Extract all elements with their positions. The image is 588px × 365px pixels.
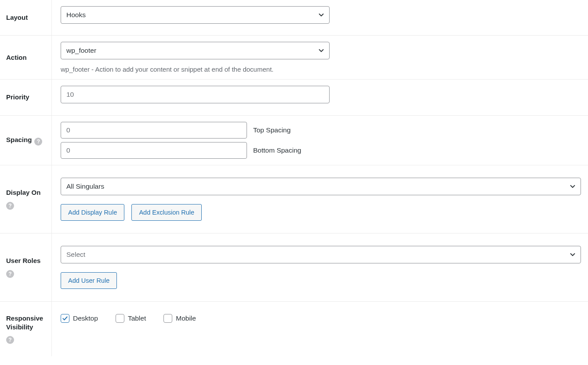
help-icon[interactable]: ? — [6, 336, 14, 344]
checkbox-box — [116, 314, 124, 323]
label-spacing-text: Spacing — [6, 135, 32, 144]
row-responsive-visibility: Responsive Visibility ? Desktop Tablet — [0, 302, 588, 357]
label-layout: Layout — [0, 0, 52, 35]
row-priority: Priority 10 — [0, 80, 588, 115]
row-display-on: Display On ? All Singulars Add Display R… — [0, 165, 588, 234]
checkbox-mobile[interactable]: Mobile — [163, 314, 196, 323]
label-priority: Priority — [0, 80, 52, 115]
checkbox-box — [61, 314, 69, 323]
settings-panel: Layout Hooks Action wp_footer wp_footer … — [0, 0, 588, 356]
label-action: Action — [0, 36, 52, 79]
action-description: wp_footer - Action to add your content o… — [61, 66, 582, 73]
layout-select[interactable]: Hooks — [61, 6, 330, 24]
label-responsive-visibility-text: Responsive Visibility — [6, 314, 46, 332]
top-spacing-input[interactable]: 0 — [61, 122, 247, 139]
label-display-on-text: Display On — [6, 188, 40, 197]
checkbox-mobile-label: Mobile — [176, 314, 196, 322]
action-select-value: wp_footer — [61, 42, 330, 59]
checkbox-box — [163, 314, 172, 323]
checkbox-tablet-label: Tablet — [128, 314, 146, 322]
row-layout: Layout Hooks — [0, 0, 588, 36]
help-icon[interactable]: ? — [6, 202, 14, 210]
control-spacing: 0 Top Spacing 0 Bottom Spacing — [52, 116, 588, 165]
user-roles-select[interactable]: Select — [61, 246, 581, 263]
bottom-spacing-label: Bottom Spacing — [253, 146, 301, 154]
label-spacing: Spacing ? — [0, 116, 52, 165]
help-icon[interactable]: ? — [34, 138, 42, 146]
label-user-roles: User Roles ? — [0, 234, 52, 301]
user-roles-value: Select — [61, 246, 581, 263]
row-user-roles: User Roles ? Select Add User Rule — [0, 234, 588, 302]
checkbox-desktop-label: Desktop — [73, 314, 98, 322]
label-user-roles-text: User Roles — [6, 256, 40, 265]
control-priority: 10 — [52, 80, 588, 110]
add-exclusion-rule-button[interactable]: Add Exclusion Rule — [131, 204, 202, 221]
display-on-value: All Singulars — [61, 178, 581, 195]
bottom-spacing-line: 0 Bottom Spacing — [61, 142, 582, 159]
add-display-rule-button[interactable]: Add Display Rule — [61, 204, 124, 221]
add-user-rule-button[interactable]: Add User Rule — [61, 272, 117, 289]
priority-input[interactable]: 10 — [61, 86, 330, 103]
priority-input-wrap: 10 — [61, 86, 330, 103]
top-spacing-line: 0 Top Spacing — [61, 122, 582, 139]
top-spacing-label: Top Spacing — [253, 126, 290, 134]
control-action: wp_footer wp_footer - Action to add your… — [52, 36, 588, 79]
row-spacing: Spacing ? 0 Top Spacing 0 Bottom Spacing — [0, 116, 588, 165]
checkbox-tablet[interactable]: Tablet — [116, 314, 146, 323]
layout-select-value: Hooks — [61, 6, 330, 24]
display-on-select[interactable]: All Singulars — [61, 178, 581, 195]
bottom-spacing-input[interactable]: 0 — [61, 142, 247, 159]
control-responsive-visibility: Desktop Tablet Mobile — [52, 302, 588, 335]
responsive-checkbox-group: Desktop Tablet Mobile — [61, 308, 582, 329]
label-display-on: Display On ? — [0, 165, 52, 233]
checkbox-desktop[interactable]: Desktop — [61, 314, 98, 323]
control-user-roles: Select Add User Rule — [52, 234, 588, 301]
action-select[interactable]: wp_footer — [61, 42, 330, 59]
label-responsive-visibility: Responsive Visibility ? — [0, 302, 52, 357]
control-display-on: All Singulars Add Display Rule Add Exclu… — [52, 165, 588, 233]
control-layout: Hooks — [52, 0, 588, 30]
row-action: Action wp_footer wp_footer - Action to a… — [0, 36, 588, 80]
help-icon[interactable]: ? — [6, 270, 14, 278]
